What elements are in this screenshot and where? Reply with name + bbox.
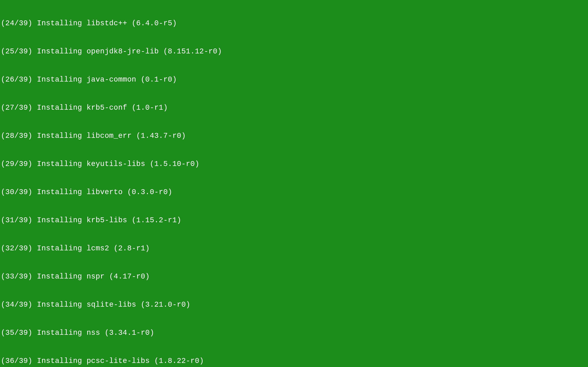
output-line: (30/39) Installing libverto (0.3.0-r0) [1,188,587,197]
output-line: (25/39) Installing openjdk8-jre-lib (8.1… [1,47,587,56]
output-line: (26/39) Installing java-common (0.1-r0) [1,75,587,84]
output-line: (34/39) Installing sqlite-libs (3.21.0-r… [1,300,587,309]
output-line: (36/39) Installing pcsc-lite-libs (1.8.2… [1,356,587,366]
output-line: (29/39) Installing keyutils-libs (1.5.10… [1,159,587,169]
output-line: (33/39) Installing nspr (4.17-r0) [1,272,587,281]
output-line: (27/39) Installing krb5-conf (1.0-r1) [1,103,587,113]
terminal[interactable]: (24/39) Installing libstdc++ (6.4.0-r5) … [0,0,588,367]
output-line: (35/39) Installing nss (3.34.1-r0) [1,328,587,338]
output-line: (32/39) Installing lcms2 (2.8-r1) [1,244,587,253]
output-line: (31/39) Installing krb5-libs (1.15.2-r1) [1,216,587,225]
output-line: (28/39) Installing libcom_err (1.43.7-r0… [1,131,587,141]
output-line: (24/39) Installing libstdc++ (6.4.0-r5) [1,19,587,28]
